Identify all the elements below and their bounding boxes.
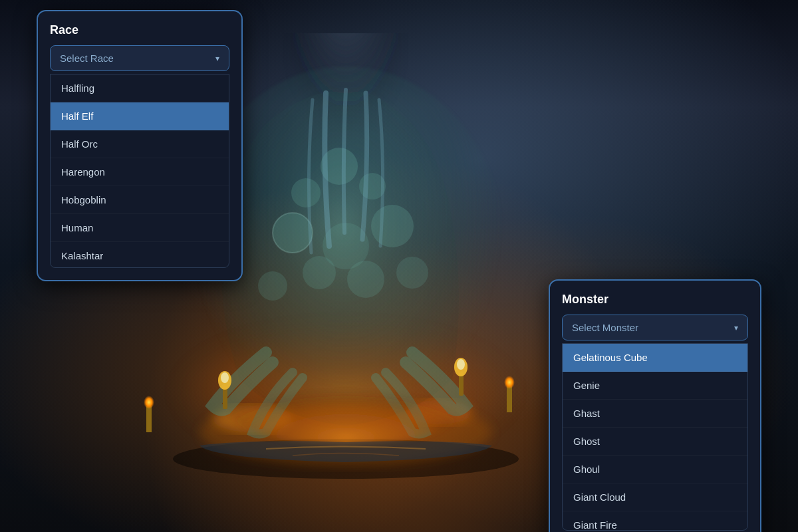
svg-point-5: [273, 213, 313, 253]
race-panel: Race Select Race ▾ HalflingHalf ElfHalf …: [37, 10, 243, 281]
race-list-item[interactable]: Half Orc: [51, 130, 229, 158]
svg-point-9: [371, 205, 414, 247]
monster-select-trigger[interactable]: Select Monster ▾: [562, 315, 748, 340]
race-list-item[interactable]: Hobgoblin: [51, 186, 229, 214]
svg-point-6: [291, 178, 321, 207]
race-list-item[interactable]: Human: [51, 214, 229, 242]
svg-point-18: [221, 372, 229, 383]
race-select-trigger[interactable]: Select Race ▾: [50, 45, 229, 71]
svg-point-15: [226, 366, 466, 446]
svg-point-13: [258, 271, 287, 301]
monster-list-item[interactable]: Ghost: [563, 428, 747, 456]
race-list-item[interactable]: Half Elf: [51, 102, 229, 130]
race-list-item[interactable]: Harengon: [51, 158, 229, 186]
race-panel-title: Race: [50, 23, 229, 37]
monster-select-placeholder: Select Monster: [572, 322, 638, 333]
race-list-item[interactable]: Halfling: [51, 74, 229, 102]
monster-list-item[interactable]: Ghoul: [563, 456, 747, 483]
monster-list-item[interactable]: Giant Fire: [563, 511, 747, 530]
monster-list-item[interactable]: Giant Cloud: [563, 483, 747, 511]
monster-panel-title: Monster: [562, 293, 748, 307]
race-select-placeholder: Select Race: [60, 53, 114, 64]
monster-list-item[interactable]: Ghast: [563, 400, 747, 428]
race-dropdown-scroll[interactable]: HalflingHalf ElfHalf OrcHarengonHobgobli…: [51, 74, 229, 267]
monster-dropdown-list: Gelatinous CubeGenieGhastGhostGhoulGiant…: [562, 343, 748, 531]
race-chevron-icon: ▾: [215, 54, 219, 63]
race-list-item[interactable]: Kalashtar: [51, 242, 229, 267]
monster-list-item[interactable]: Gelatinous Cube: [563, 344, 747, 372]
monster-list-item[interactable]: Genie: [563, 372, 747, 400]
race-dropdown-list: HalflingHalf ElfHalf OrcHarengonHobgobli…: [50, 74, 229, 268]
svg-point-14: [396, 257, 428, 289]
svg-point-21: [457, 359, 465, 370]
monster-chevron-icon: ▾: [734, 323, 738, 332]
monster-dropdown-scroll[interactable]: Gelatinous CubeGenieGhastGhostGhoulGiant…: [563, 344, 747, 530]
monster-panel: Monster Select Monster ▾ Gelatinous Cube…: [549, 279, 761, 532]
